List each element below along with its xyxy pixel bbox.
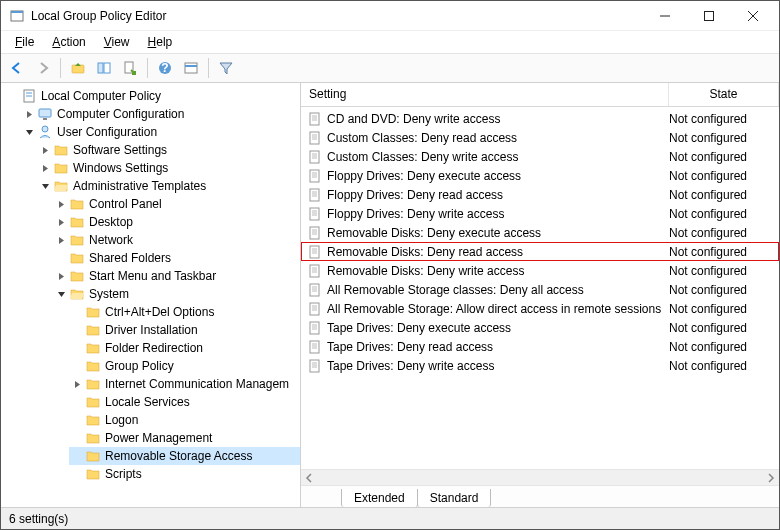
tree-group-policy[interactable]: Group Policy	[69, 357, 300, 375]
tree-windows-settings[interactable]: Windows Settings	[37, 159, 300, 177]
expand-icon[interactable]	[23, 108, 35, 120]
list-pane: Setting State CD and DVD: Deny write acc…	[301, 83, 779, 507]
close-button[interactable]	[731, 2, 775, 30]
list-row[interactable]: Custom Classes: Deny write access Not co…	[301, 147, 779, 166]
list-row[interactable]: Floppy Drives: Deny read access Not conf…	[301, 185, 779, 204]
tree-shared-folders[interactable]: Shared Folders	[53, 249, 300, 267]
list-row[interactable]: Removable Disks: Deny read access Not co…	[301, 242, 779, 261]
export-list-button[interactable]	[118, 56, 142, 80]
menu-bar: File Action View Help	[1, 31, 779, 53]
back-button[interactable]	[5, 56, 29, 80]
tree-scripts[interactable]: Scripts	[69, 465, 300, 483]
up-level-button[interactable]	[66, 56, 90, 80]
tree-removable[interactable]: Removable Storage Access	[69, 447, 300, 465]
tab-extended[interactable]: Extended	[341, 489, 418, 507]
list-row[interactable]: Tape Drives: Deny execute access Not con…	[301, 318, 779, 337]
tree-driver-install[interactable]: Driver Installation	[69, 321, 300, 339]
window-title: Local Group Policy Editor	[31, 9, 643, 23]
properties-button[interactable]	[179, 56, 203, 80]
list-row[interactable]: Tape Drives: Deny read access Not config…	[301, 337, 779, 356]
row-setting: Custom Classes: Deny write access	[327, 150, 669, 164]
list-row[interactable]: Custom Classes: Deny read access Not con…	[301, 128, 779, 147]
list-row[interactable]: CD and DVD: Deny write access Not config…	[301, 109, 779, 128]
folder-icon	[85, 304, 101, 320]
horizontal-scrollbar[interactable]	[301, 469, 779, 485]
toolbar-separator	[60, 58, 61, 78]
minimize-button[interactable]	[643, 2, 687, 30]
setting-icon	[307, 225, 323, 241]
tree-root[interactable]: Local Computer Policy	[5, 87, 300, 105]
tree-folder-redirect[interactable]: Folder Redirection	[69, 339, 300, 357]
collapse-icon[interactable]	[39, 180, 51, 192]
tree-label: Start Menu and Taskbar	[89, 269, 216, 283]
tree-control-panel[interactable]: Control Panel	[53, 195, 300, 213]
expand-icon[interactable]	[55, 270, 67, 282]
expand-icon[interactable]	[55, 198, 67, 210]
row-setting: Removable Disks: Deny read access	[327, 245, 669, 259]
expand-icon[interactable]	[39, 144, 51, 156]
folder-icon	[69, 232, 85, 248]
svg-rect-6	[72, 65, 84, 73]
collapse-icon[interactable]	[23, 126, 35, 138]
list-row[interactable]: All Removable Storage: Allow direct acce…	[301, 299, 779, 318]
forward-button[interactable]	[31, 56, 55, 80]
row-setting: Floppy Drives: Deny write access	[327, 207, 669, 221]
row-setting: Removable Disks: Deny write access	[327, 264, 669, 278]
column-header-state[interactable]: State	[669, 83, 779, 106]
tree-computer-config[interactable]: Computer Configuration	[21, 105, 300, 123]
tree-locale[interactable]: Locale Services	[69, 393, 300, 411]
svg-rect-52	[310, 265, 319, 277]
tree-software-settings[interactable]: Software Settings	[37, 141, 300, 159]
tree-label: Locale Services	[105, 395, 190, 409]
expand-icon[interactable]	[71, 378, 83, 390]
tree-ctrl-alt-del[interactable]: Ctrl+Alt+Del Options	[69, 303, 300, 321]
tree-logon[interactable]: Logon	[69, 411, 300, 429]
tree-power[interactable]: Power Management	[69, 429, 300, 447]
list-row[interactable]: Removable Disks: Deny execute access Not…	[301, 223, 779, 242]
tree-start-menu[interactable]: Start Menu and Taskbar	[53, 267, 300, 285]
svg-rect-48	[310, 246, 319, 258]
tree-label: Desktop	[89, 215, 133, 229]
tree-pane[interactable]: Local Computer Policy Computer Configura…	[1, 83, 301, 507]
filter-button[interactable]	[214, 56, 238, 80]
row-state: Not configured	[669, 150, 779, 164]
menu-view[interactable]: View	[96, 33, 138, 51]
tree-desktop[interactable]: Desktop	[53, 213, 300, 231]
collapse-icon[interactable]	[55, 288, 67, 300]
setting-icon	[307, 168, 323, 184]
svg-rect-28	[310, 151, 319, 163]
tree-label: Control Panel	[89, 197, 162, 211]
svg-rect-32	[310, 170, 319, 182]
setting-icon	[307, 149, 323, 165]
column-header-setting[interactable]: Setting	[301, 83, 669, 106]
list-body[interactable]: CD and DVD: Deny write access Not config…	[301, 107, 779, 469]
expand-icon[interactable]	[39, 162, 51, 174]
list-row[interactable]: Removable Disks: Deny write access Not c…	[301, 261, 779, 280]
svg-rect-20	[310, 113, 319, 125]
content-area: Local Computer Policy Computer Configura…	[1, 83, 779, 507]
list-row[interactable]: Tape Drives: Deny write access Not confi…	[301, 356, 779, 375]
tree-system[interactable]: System	[53, 285, 300, 303]
maximize-button[interactable]	[687, 2, 731, 30]
menu-action[interactable]: Action	[44, 33, 93, 51]
row-state: Not configured	[669, 207, 779, 221]
show-hide-tree-button[interactable]	[92, 56, 116, 80]
menu-help[interactable]: Help	[140, 33, 181, 51]
tree-icm[interactable]: Internet Communication Managem	[69, 375, 300, 393]
folder-icon	[69, 196, 85, 212]
list-row[interactable]: All Removable Storage classes: Deny all …	[301, 280, 779, 299]
list-row[interactable]: Floppy Drives: Deny execute access Not c…	[301, 166, 779, 185]
tab-standard[interactable]: Standard	[417, 489, 492, 507]
tree-admin-templates[interactable]: Administrative Templates	[37, 177, 300, 195]
help-button[interactable]: ?	[153, 56, 177, 80]
setting-icon	[307, 187, 323, 203]
menu-file[interactable]: File	[7, 33, 42, 51]
row-state: Not configured	[669, 112, 779, 126]
expand-icon[interactable]	[55, 216, 67, 228]
row-setting: Removable Disks: Deny execute access	[327, 226, 669, 240]
tree-network[interactable]: Network	[53, 231, 300, 249]
setting-icon	[307, 130, 323, 146]
tree-user-config[interactable]: User Configuration	[21, 123, 300, 141]
expand-icon[interactable]	[55, 234, 67, 246]
list-row[interactable]: Floppy Drives: Deny write access Not con…	[301, 204, 779, 223]
